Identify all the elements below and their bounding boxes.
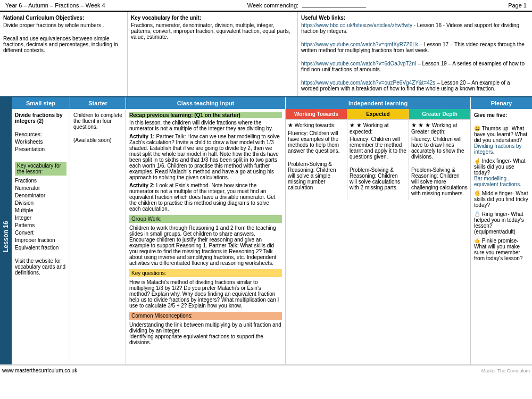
resource-worksheets: Worksheets bbox=[15, 139, 66, 145]
misconceptions-box: Common Misconceptions: bbox=[129, 312, 282, 320]
independent-column: Working Towards Expected Greater Depth ★… bbox=[286, 109, 471, 364]
plenary-item-1: 😀 Thumbs up- What have you learnt? What … bbox=[474, 126, 529, 155]
plenary-link-2: Bar modelling , equivalent fractions. bbox=[474, 176, 529, 187]
vocab-fractions: Fractions bbox=[15, 178, 66, 184]
plenary-text-2: Index finger- What skills did you use to… bbox=[474, 158, 526, 176]
activity2-label: Activity 2: bbox=[129, 182, 155, 188]
group-work-label: Group Work: bbox=[131, 216, 162, 222]
lesson-header-spacer bbox=[0, 97, 12, 109]
plenary-link-1: Dividing fractions by integers. bbox=[474, 143, 529, 155]
exp-header-text: Expected bbox=[366, 111, 389, 117]
working-towards-header: Working Towards bbox=[286, 109, 347, 119]
working-towards-body: ★ Working towards: Fluency: Children wil… bbox=[286, 120, 347, 200]
starter-column: Children to complete the fluent in four … bbox=[70, 109, 126, 364]
header-plenary: Plenary bbox=[471, 97, 532, 109]
national-curriculum-section: National Curriculum Objectives: Divide p… bbox=[0, 12, 128, 96]
plenary-icon-1: 😀 bbox=[474, 126, 482, 131]
greater-depth-header: Greater Depth bbox=[409, 109, 470, 119]
plenary-icon-5: 🤙 bbox=[474, 238, 482, 244]
misconceptions-label: Common Misconceptions: bbox=[131, 313, 193, 319]
vocab-equivalent: Equivalent fraction bbox=[15, 245, 66, 251]
wt-content: Working towards: bbox=[295, 122, 336, 128]
activity2-text: Activity 2: Look at Esin's method. Note … bbox=[129, 182, 282, 212]
expected-body: ★ ★ Working at expected: Fluency: Childr… bbox=[347, 120, 409, 200]
independent-body: ★ Working towards: Fluency: Children wil… bbox=[286, 120, 470, 200]
wt-header-text: Working Towards bbox=[294, 111, 338, 117]
plenary-text-1: Thumbs up- What have you learnt? What di… bbox=[474, 126, 527, 143]
plenary-icon-3: 🖐️ bbox=[474, 190, 482, 196]
link3-url[interactable]: https://www.youtube.com/watch?v=6dOaJvpT… bbox=[301, 61, 417, 66]
page-wrapper: Year 6 – Autumn – Fractions – Week 4 Wee… bbox=[0, 0, 532, 376]
plenary-column: Give me five: 😀 Thumbs up- What have you… bbox=[471, 109, 532, 364]
vocab-convert: Convert bbox=[15, 230, 66, 236]
key-questions-box: Key questions: bbox=[129, 269, 282, 277]
nc-line2: Recall and use equivalences between simp… bbox=[3, 36, 124, 53]
page-header: Year 6 – Autumn – Fractions – Week 4 Wee… bbox=[0, 0, 532, 12]
column-headers: Small step Starter Class teaching input … bbox=[0, 97, 532, 109]
gd-header-text: Greater Depth bbox=[422, 111, 458, 117]
vocab-division: Division bbox=[15, 200, 66, 206]
key-questions-label: Key questions: bbox=[131, 270, 167, 276]
vocab-improper: Improper fraction bbox=[15, 237, 66, 243]
gd-star: ★ ★ ★ bbox=[411, 122, 430, 128]
starter-note: (Available soon) bbox=[73, 137, 122, 143]
footer-website: www.masterthecurriculum.co.uk bbox=[2, 368, 77, 373]
greater-depth-body: ★ ★ ★ Working at Greater depth: Fluency:… bbox=[409, 120, 470, 200]
teaching-column: Recap previous learning: (Q1 on the star… bbox=[126, 109, 286, 364]
nc-line1: Divide proper fractions by whole numbers… bbox=[3, 22, 124, 28]
web-links-section: Useful Web links: https://www.bbc.co.uk/… bbox=[298, 12, 532, 96]
misconceptions-text: Understanding the link between multiplyi… bbox=[129, 322, 282, 345]
header-starter: Starter bbox=[70, 97, 126, 109]
resource-presentation: Presentation bbox=[15, 146, 66, 152]
plenary-item-3: 🖐️ Middle finger- What skills did you fi… bbox=[474, 190, 529, 208]
group-work-box: Group Work: bbox=[129, 215, 282, 223]
small-step-title: Divide fractions by integers (2) bbox=[15, 112, 66, 124]
link2-url[interactable]: https://www.youtube.com/watch?v=qmfXyR7Z… bbox=[301, 41, 418, 47]
main-content-row: Lesson 16 Divide fractions by integers (… bbox=[0, 109, 532, 365]
gd-fluency: Fluency: Children will have to draw line… bbox=[411, 136, 468, 160]
recap-label: Recap previous learning: (Q1 on the star… bbox=[129, 112, 282, 118]
page-title: Year 6 – Autumn – Fractions – Week 4 bbox=[5, 2, 105, 9]
plenary-item-4: 💍 Ring finger- What helped you in today'… bbox=[474, 211, 529, 235]
web-links-heading: Useful Web links: bbox=[301, 15, 529, 21]
header-class-teaching: Class teaching input bbox=[126, 97, 286, 109]
link4: https://www.youtube.com/watch?v=ouzPe6Vg… bbox=[301, 80, 529, 92]
visit-website-text: Visit the website for vocabulary cards a… bbox=[15, 258, 66, 276]
resources-label: Resources: bbox=[15, 131, 66, 137]
plenary-icon-2: ☝️ bbox=[474, 158, 482, 164]
vocab-numerator: Numerator bbox=[15, 185, 66, 191]
link1-url[interactable]: https://www.bbc.co.uk/bitesize/articles/… bbox=[301, 22, 412, 28]
page-number: Page 1 bbox=[508, 2, 527, 9]
exp-star: ★ ★ bbox=[350, 122, 362, 128]
wt-fluency: Fluency: Children will have examples of … bbox=[288, 130, 345, 154]
gd-ps: Problem-Solving & Reasoning: Children wi… bbox=[411, 167, 468, 196]
expected-header: Expected bbox=[347, 109, 409, 119]
small-step-column: Divide fractions by integers (2) Resourc… bbox=[12, 109, 70, 364]
key-vocab-box: Key vocabulary for the lesson: bbox=[15, 162, 66, 176]
activity1-content: Partner Talk: How can we use bar modelli… bbox=[129, 134, 280, 180]
nc-heading: National Curriculum Objectives: bbox=[3, 15, 124, 21]
wt-star: ★ bbox=[288, 122, 293, 128]
lesson-label: Lesson 16 bbox=[0, 109, 12, 364]
week-commencing: Week commencing: bbox=[247, 2, 366, 9]
vocab-integer: Integer bbox=[15, 215, 66, 221]
independent-headers: Working Towards Expected Greater Depth bbox=[286, 109, 470, 120]
vocab-heading: Key vocabulary for the unit: bbox=[131, 15, 294, 21]
plenary-intro: Give me five: bbox=[474, 112, 529, 118]
key-questions-text: How is Malachi's method of dividing frac… bbox=[129, 279, 282, 309]
vocab-multiple: Multiple bbox=[15, 207, 66, 213]
key-vocab-section: Key vocabulary for the unit: Fractions, … bbox=[128, 12, 298, 96]
plenary-text-3: Middle finger- What skills did you find … bbox=[474, 190, 528, 208]
exp-ps: Problem-Solving & Reasoning: Children wi… bbox=[350, 167, 406, 190]
link3: https://www.youtube.com/watch?v=6dOaJvpT… bbox=[301, 61, 529, 72]
vocab-content: Fractions, numerator, denominator, divis… bbox=[131, 22, 294, 40]
recap-label-text: Recap previous learning: (Q1 on the star… bbox=[129, 112, 240, 118]
header-small-step: Small step bbox=[12, 97, 70, 109]
starter-text: Children to complete the fluent in four … bbox=[73, 112, 122, 130]
plenary-text-4: Ring finger- What helped you in today's … bbox=[474, 211, 524, 235]
group-work-text: Children to work through Reasoning 1 and… bbox=[129, 225, 282, 266]
page-footer: www.masterthecurriculum.co.uk Master The… bbox=[0, 365, 532, 376]
key-vocab-label: Key vocabulary for the lesson: bbox=[17, 163, 61, 174]
wt-ps: Problem-Solving & Reasoning: Children wi… bbox=[288, 161, 345, 190]
link4-url[interactable]: https://www.youtube.com/watch?v=ouzPe6Vg… bbox=[301, 80, 435, 86]
